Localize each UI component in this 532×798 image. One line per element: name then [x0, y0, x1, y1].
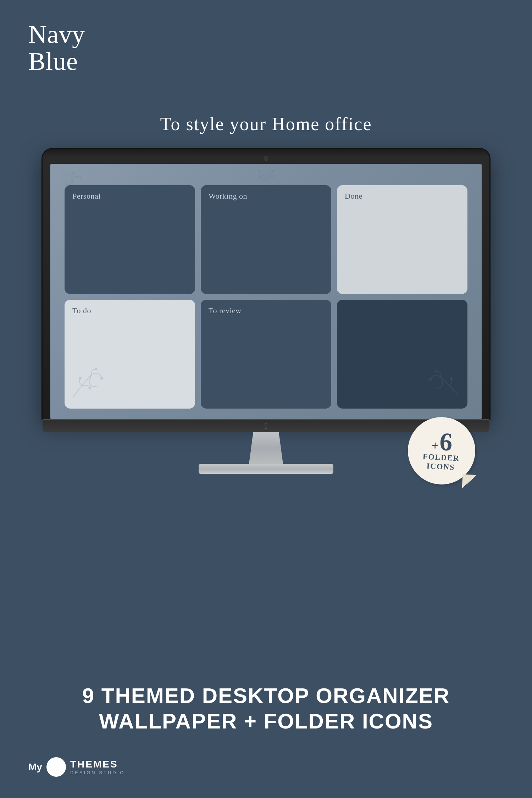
folder-todo-label: To do: [72, 306, 91, 315]
svg-point-7: [100, 377, 103, 380]
folder-grid: Personal Working on Done To do: [65, 185, 467, 409]
sticker-plus: +: [431, 439, 439, 452]
bottom-section: 9 THEMED DESKTOP ORGANIZER WALLPAPER + F…: [0, 683, 532, 734]
apple-logo-icon: : [265, 421, 268, 431]
folder-to-review: To review: [201, 300, 331, 409]
headline-line1: 9 THEMED DESKTOP ORGANIZER: [0, 683, 532, 709]
imac-screen: Personal Working on Done To do: [50, 164, 482, 419]
svg-point-0: [80, 177, 83, 179]
folder-blank-dark: [337, 300, 467, 409]
folder-working-label: Working on: [209, 192, 247, 201]
logo-themes-text: THEMES: [70, 759, 125, 770]
headline-line2: WALLPAPER + FOLDER ICONS: [0, 709, 532, 734]
floral-bottom-right-icon: [422, 366, 467, 408]
svg-point-3: [258, 170, 260, 172]
bottom-logo: My THEMES DESIGN STUDIO: [28, 757, 125, 777]
logo-my-text: My: [28, 762, 42, 772]
svg-point-8: [95, 367, 98, 371]
svg-point-11: [429, 378, 432, 381]
folder-working-on: Working on: [201, 185, 331, 294]
main-headline: 9 THEMED DESKTOP ORGANIZER WALLPAPER + F…: [0, 683, 532, 734]
imac-camera: [264, 157, 268, 160]
brand-name-line1: Navy: [28, 20, 85, 49]
sticker-text-icons: ICONS: [426, 461, 455, 472]
folder-review-label: To review: [209, 306, 242, 315]
brand-title: Navy Blue: [28, 21, 85, 75]
logo-design-text: DESIGN STUDIO: [70, 770, 125, 775]
imac-stand-base: [199, 464, 333, 474]
svg-point-4: [272, 170, 274, 172]
imac-body: Personal Working on Done To do: [43, 149, 489, 419]
tagline: To style your Home office: [160, 113, 372, 134]
svg-point-12: [434, 370, 438, 373]
logo-themes-block: THEMES DESIGN STUDIO: [70, 759, 125, 775]
folder-personal-label: Personal: [72, 192, 101, 201]
imac-stand-neck: [245, 432, 287, 464]
brand-name-line2: Blue: [28, 47, 78, 76]
monitor-wrapper: Personal Working on Done To do: [35, 149, 497, 474]
svg-point-6: [271, 176, 273, 177]
folder-done-label: Done: [345, 192, 362, 201]
folder-to-do: To do: [65, 300, 195, 409]
sticker-number: 6: [439, 430, 453, 454]
svg-point-10: [88, 387, 92, 390]
svg-point-9: [78, 376, 82, 379]
folder-done: Done: [337, 185, 467, 294]
svg-point-13: [449, 377, 453, 380]
floral-todo-icon: [65, 364, 110, 409]
logo-circle-icon: [46, 757, 66, 777]
svg-point-5: [259, 176, 261, 177]
folder-personal: Personal: [65, 185, 195, 294]
